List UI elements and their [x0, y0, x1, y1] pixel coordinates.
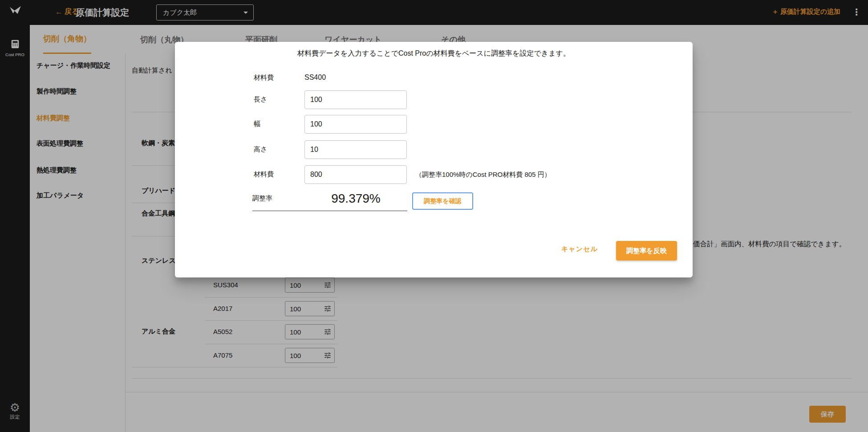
app-root: Cost PRO ⚙ 設定 ← 戻る 原価計算設定 カブク太郎 ＋ 原価計算設定…	[0, 0, 868, 432]
height-label: 高さ	[254, 145, 267, 154]
dialog-description: 材料費データを入力することでCost Proの材料費をベースに調整率を設定できま…	[175, 49, 693, 58]
material-cost-adjust-dialog: 材料費データを入力することでCost Proの材料費をベースに調整率を設定できま…	[175, 42, 693, 277]
adjustment-rate-field: 調整率 99.379%	[252, 186, 407, 211]
width-label: 幅	[254, 120, 260, 128]
material-value: SS400	[304, 73, 326, 82]
adjustment-rate-value: 99.379%	[304, 192, 407, 206]
length-input[interactable]	[304, 90, 407, 109]
confirm-rate-button[interactable]: 調整率を確認	[412, 192, 473, 210]
width-input[interactable]	[304, 115, 407, 134]
adjustment-rate-label: 調整率	[252, 194, 304, 203]
material-cost-input[interactable]	[304, 165, 407, 184]
cancel-button[interactable]: キャンセル	[561, 245, 598, 253]
material-label: 材料費	[254, 73, 274, 82]
material-cost-label: 材料費	[254, 170, 274, 179]
cost-pro-reference-note: （調整率100%時のCost PRO材料費 805 円）	[415, 171, 551, 179]
length-label: 長さ	[254, 95, 267, 104]
height-input[interactable]	[304, 140, 407, 159]
apply-rate-button[interactable]: 調整率を反映	[616, 241, 677, 261]
